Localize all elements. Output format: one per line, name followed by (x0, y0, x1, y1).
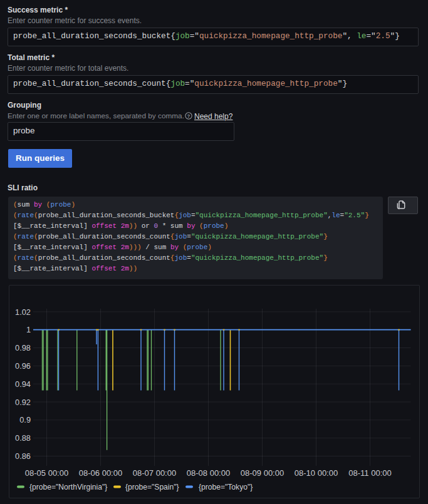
svg-text:08-07 00:00: 08-07 00:00 (133, 468, 176, 478)
svg-text:{probe="NorthVirginia"}: {probe="NorthVirginia"} (29, 482, 107, 491)
svg-text:1: 1 (26, 325, 31, 334)
svg-text:0.98: 0.98 (15, 343, 31, 352)
svg-text:08-05 00:00: 08-05 00:00 (25, 468, 68, 478)
svg-text:{probe="Tokyo"}: {probe="Tokyo"} (199, 482, 253, 491)
svg-text:0.96: 0.96 (15, 361, 31, 371)
svg-text:0.9: 0.9 (19, 415, 31, 424)
svg-text:0.86: 0.86 (15, 451, 31, 461)
svg-text:0.92: 0.92 (15, 397, 31, 406)
svg-text:?: ? (187, 113, 191, 119)
svg-text:1.02: 1.02 (15, 307, 31, 316)
svg-text:0.88: 0.88 (15, 433, 31, 443)
svg-text:08-11 00:00: 08-11 00:00 (348, 468, 391, 478)
svg-text:08-09 00:00: 08-09 00:00 (241, 468, 284, 478)
svg-text:0.94: 0.94 (15, 379, 31, 388)
svg-text:08-10 00:00: 08-10 00:00 (295, 468, 338, 478)
svg-text:{probe="Spain"}: {probe="Spain"} (125, 482, 179, 491)
svg-text:08-06 00:00: 08-06 00:00 (79, 468, 122, 478)
svg-text:08-08 00:00: 08-08 00:00 (187, 468, 230, 478)
